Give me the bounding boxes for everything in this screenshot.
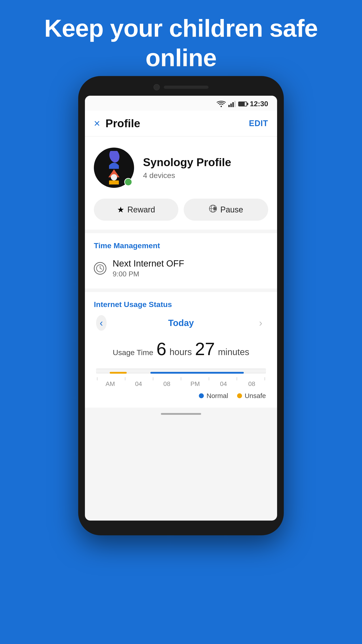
- svg-line-16: [100, 268, 102, 269]
- phone-speaker: [164, 86, 209, 89]
- status-time: 12:30: [250, 100, 268, 108]
- chart-label-04am: 04: [124, 380, 153, 388]
- reward-label: Reward: [127, 205, 155, 214]
- chart-tick: [209, 377, 209, 380]
- svg-point-7: [111, 174, 117, 180]
- profile-devices: 4 devices: [143, 171, 268, 180]
- svg-rect-8: [109, 180, 119, 184]
- chart-tick: [181, 377, 181, 380]
- home-indicator: [161, 413, 201, 415]
- wifi-icon: [217, 100, 226, 107]
- svg-rect-4: [234, 101, 236, 107]
- svg-point-0: [221, 106, 222, 107]
- time-management-section: Time Management Next Internet OFF 9:00 P…: [85, 233, 277, 288]
- chart-tick: [237, 377, 237, 380]
- top-bar: × Profile EDIT: [85, 111, 277, 136]
- unsafe-dot: [237, 393, 242, 398]
- top-bar-left: × Profile: [94, 117, 140, 130]
- phone-camera: [153, 84, 160, 90]
- legend-normal: Normal: [199, 392, 228, 400]
- status-bar: 12:30: [85, 96, 277, 111]
- next-day-button[interactable]: ›: [255, 315, 266, 331]
- edit-button[interactable]: EDIT: [249, 119, 268, 128]
- usage-time-display: Usage Time 6 hours 27 minutes: [94, 339, 268, 359]
- battery-icon: [238, 102, 247, 106]
- pause-button[interactable]: Pause: [184, 198, 268, 221]
- chart-label-08pm: 08: [238, 380, 266, 388]
- home-bar: [85, 408, 277, 420]
- avatar-wrapper: [94, 148, 134, 188]
- unsafe-bar-segment: [110, 372, 127, 374]
- usage-chart: AM 04 08 PM 04 08 Normal: [94, 368, 268, 400]
- chart-tick-row: [96, 377, 266, 380]
- next-off-time: 9:00 PM: [113, 270, 268, 278]
- chart-tick: [125, 377, 125, 380]
- profile-section: Synology Profile 4 devices ★ Reward: [85, 136, 277, 230]
- star-icon: ★: [117, 205, 124, 214]
- svg-rect-13: [215, 207, 216, 210]
- phone-screen: 12:30 × Profile EDIT: [85, 96, 277, 520]
- next-internet-off-row: Next Internet OFF 9:00 PM: [94, 256, 268, 280]
- normal-bar-segment: [150, 372, 244, 374]
- time-management-title: Time Management: [94, 241, 268, 250]
- pause-globe-icon: [209, 204, 217, 215]
- prev-day-button[interactable]: ‹: [96, 315, 107, 331]
- day-navigator: ‹ Today ›: [94, 315, 268, 331]
- time-details: Next Internet OFF 9:00 PM: [113, 258, 268, 278]
- profile-name: Synology Profile: [143, 156, 268, 169]
- internet-usage-section: Internet Usage Status ‹ Today › Usage Ti…: [85, 292, 277, 408]
- page-title: Profile: [105, 117, 140, 130]
- current-day-label: Today: [168, 318, 194, 328]
- minutes-unit: minutes: [218, 347, 249, 357]
- usage-minutes-number: 27: [195, 339, 215, 359]
- chart-legend: Normal Unsafe: [96, 392, 266, 400]
- chart-label-pm: PM: [181, 380, 209, 388]
- phone-device: 12:30 × Profile EDIT: [78, 76, 284, 535]
- chart-label-am: AM: [96, 380, 124, 388]
- hours-unit: hours: [169, 347, 192, 357]
- avatar-shapes: [100, 151, 127, 184]
- svg-point-5: [108, 151, 121, 164]
- svg-rect-3: [232, 102, 234, 107]
- chart-bar-container: [96, 368, 266, 374]
- usage-hours-number: 6: [156, 339, 166, 359]
- online-indicator: [124, 178, 132, 186]
- chart-labels: AM 04 08 PM 04 08: [96, 380, 266, 388]
- chart-tick: [97, 377, 97, 380]
- chart-tick: [153, 377, 153, 380]
- phone-outer-shell: 12:30 × Profile EDIT: [78, 76, 284, 535]
- svg-rect-1: [228, 105, 230, 107]
- chart-label-08am: 08: [153, 380, 181, 388]
- svg-rect-2: [230, 104, 232, 107]
- clock-icon: [94, 262, 106, 274]
- phone-notch: [85, 84, 277, 90]
- signal-icon: [228, 101, 236, 107]
- normal-label: Normal: [206, 392, 228, 400]
- close-button[interactable]: ×: [94, 118, 100, 129]
- profile-details: Synology Profile 4 devices: [143, 156, 268, 180]
- profile-info: Synology Profile 4 devices: [94, 148, 268, 188]
- unsafe-label: Unsafe: [245, 392, 266, 400]
- internet-usage-title: Internet Usage Status: [94, 300, 268, 309]
- action-buttons: ★ Reward Paus: [94, 198, 268, 221]
- next-off-title: Next Internet OFF: [113, 258, 268, 268]
- reward-button[interactable]: ★ Reward: [94, 198, 178, 221]
- status-icons: 12:30: [217, 100, 268, 108]
- pause-label: Pause: [220, 205, 243, 214]
- chart-tick: [265, 377, 265, 380]
- phone-bottom: [85, 520, 277, 527]
- hero-title: Keep your children safe online: [0, 14, 362, 72]
- svg-rect-12: [213, 207, 215, 210]
- legend-unsafe: Unsafe: [237, 392, 266, 400]
- normal-dot: [199, 393, 204, 398]
- usage-time-label: Usage Time: [113, 348, 153, 357]
- chart-label-04pm: 04: [209, 380, 238, 388]
